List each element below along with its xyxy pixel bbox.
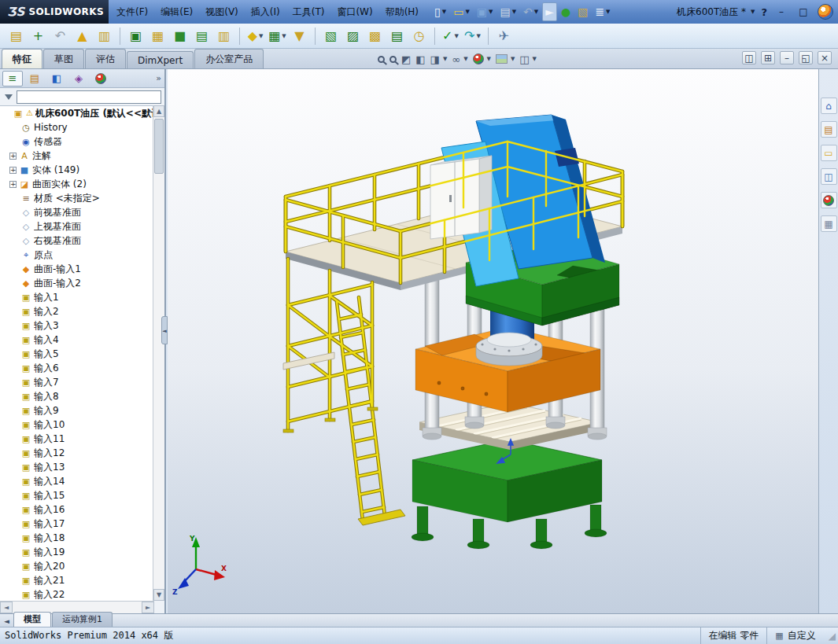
custom-status[interactable]: ▦ 自定义	[766, 627, 823, 644]
undo-gray-icon[interactable]: ↶	[50, 26, 70, 46]
viewport-minimize-button[interactable]: –	[780, 51, 794, 64]
paste-special-icon[interactable]: ▤	[6, 26, 26, 46]
tree-item-import-20[interactable]: ▣输入20	[9, 559, 154, 573]
scroll-up-icon[interactable]: ▲	[153, 105, 164, 117]
sheet-tab-model[interactable]: 模型	[13, 612, 51, 627]
section-view-icon[interactable]: ◩	[401, 54, 411, 64]
tab-dimxpert[interactable]: DimXpert	[127, 51, 194, 68]
move-icon[interactable]: +	[28, 26, 48, 46]
view-orientation-icon[interactable]: ◧	[415, 54, 425, 64]
featuremanager-tab[interactable]: ≡	[2, 71, 23, 86]
displaymanager-tab[interactable]	[90, 71, 111, 86]
options-box-icon[interactable]: ▧	[574, 2, 591, 21]
dimxpertmanager-tab[interactable]: ◈	[68, 71, 89, 86]
tree-item-import-22[interactable]: ▣输入22	[9, 587, 154, 601]
notes-icon[interactable]: ▥	[94, 26, 114, 46]
tree-item-import-4[interactable]: ▣输入4	[9, 333, 154, 347]
tree-item-import-11[interactable]: ▣输入11	[9, 432, 154, 446]
configurationmanager-tab[interactable]: ◧	[46, 71, 67, 86]
tree-item-annotations[interactable]: +A注解	[9, 149, 154, 163]
sheet-yellow-icon[interactable]: ▥	[214, 26, 234, 46]
undo-icon[interactable]: ↶▼	[520, 2, 541, 21]
expand-icon[interactable]: +	[9, 153, 17, 160]
file-explorer-icon[interactable]: ▭	[821, 145, 837, 161]
graphics-viewport[interactable]: Y X Z	[168, 69, 818, 613]
tree-item-import-17[interactable]: ▣输入17	[9, 517, 154, 531]
hide-show-icon[interactable]: ∞▼	[452, 54, 467, 64]
tree-item-solid-bodies[interactable]: +■实体 (149)	[9, 163, 154, 177]
pane-split-icon[interactable]: ◫	[742, 51, 756, 64]
tree-item-import-8[interactable]: ▣输入8	[9, 389, 154, 403]
panel-collapse-handle[interactable]: ◄	[161, 316, 168, 344]
tree-item-import-19[interactable]: ▣输入19	[9, 545, 154, 559]
open-folder-icon[interactable]: ▭▼	[450, 2, 473, 21]
arrow-down-icon[interactable]: ▼	[290, 26, 309, 46]
view-palette-icon[interactable]: ◫	[821, 168, 837, 185]
grid-green-icon[interactable]: ▦▼	[268, 26, 287, 46]
tree-item-import-18[interactable]: ▣输入18	[9, 531, 154, 545]
tree-item-import-6[interactable]: ▣输入6	[9, 361, 154, 375]
pane-grid-icon[interactable]: ⊞	[761, 51, 775, 64]
folder-yellow-icon[interactable]: ▦	[148, 26, 168, 46]
tree-item-history[interactable]: ◷History	[9, 120, 154, 134]
tab-sketch[interactable]: 草图	[43, 49, 84, 68]
diamond-yellow-icon[interactable]: ◆▼	[245, 26, 265, 46]
sheet-tab-motion-study-1[interactable]: 运动算例1	[52, 612, 113, 627]
scroll-down-icon[interactable]: ▼	[153, 589, 164, 601]
appearances-icon[interactable]: ▼	[473, 53, 491, 64]
tree-item-import-10[interactable]: ▣输入10	[9, 418, 154, 432]
tab-evaluate[interactable]: 评估	[85, 49, 126, 68]
tree-item-import-14[interactable]: ▣输入14	[9, 474, 154, 488]
resize-grip-icon[interactable]: ◢	[824, 631, 838, 642]
panel-overflow-chevron-icon[interactable]: »	[156, 73, 161, 83]
alert-icon[interactable]: ▲	[72, 26, 92, 46]
tree-vertical-scrollbar[interactable]: ▲ ▼	[153, 105, 164, 601]
design-library-icon[interactable]: ▤	[821, 121, 837, 138]
jet-icon[interactable]: ✈	[494, 26, 514, 46]
help-button[interactable]: ?	[761, 6, 767, 18]
new-document-icon[interactable]: ▯▼	[431, 2, 449, 21]
tree-item-front-plane[interactable]: ◇前视基准面	[9, 205, 154, 219]
scene-icon[interactable]: ▼	[496, 54, 515, 64]
viewport-restore-button[interactable]: ◱	[799, 51, 813, 64]
display-style-icon[interactable]: ◨▼	[430, 54, 448, 64]
window-minimize-button[interactable]: –	[773, 6, 789, 17]
rebuild-icon[interactable]: ●	[558, 2, 574, 21]
clock-yellow-icon[interactable]: ◷	[409, 26, 429, 46]
menu-item-edit[interactable]: 编辑(E)	[154, 0, 199, 24]
table-green-icon[interactable]: ▤	[192, 26, 212, 46]
tree-item-surface-import-2[interactable]: ◆曲面-输入2	[9, 276, 154, 290]
layers-green-icon[interactable]: ▧	[321, 26, 341, 46]
tab-office[interactable]: 办公室产品	[194, 49, 264, 68]
tree-item-sensors[interactable]: ◉传感器	[9, 134, 154, 149]
tree-item-import-3[interactable]: ▣输入3	[9, 318, 154, 333]
menu-item-view[interactable]: 视图(V)	[199, 0, 245, 24]
redo-teal-icon[interactable]: ↷▼	[463, 26, 482, 46]
tree-item-import-21[interactable]: ▣输入21	[9, 573, 154, 587]
tree-item-import-16[interactable]: ▣输入16	[9, 502, 154, 517]
menu-item-help[interactable]: 帮助(H)	[379, 0, 425, 24]
tree-item-material[interactable]: ≡材质 <未指定>	[9, 191, 154, 205]
tree-item-import-13[interactable]: ▣输入13	[9, 460, 154, 474]
resources-home-icon[interactable]: ⌂	[821, 98, 837, 114]
stack-green-icon[interactable]: ▨	[343, 26, 363, 46]
custom-properties-icon[interactable]: ▦	[821, 215, 837, 232]
tree-item-import-2[interactable]: ▣输入2	[9, 304, 154, 318]
window-maximize-button[interactable]: □	[796, 6, 811, 17]
chart-yellow-icon[interactable]: ▩	[365, 26, 385, 46]
sheet-tab-scroll-left-icon[interactable]: ◄	[2, 617, 13, 627]
save-icon[interactable]: ▣▼	[474, 2, 497, 21]
list-icon[interactable]: ≣▼	[592, 2, 613, 21]
zoom-fit-icon[interactable]	[378, 56, 385, 63]
tree-item-top-plane[interactable]: ◇上视基准面	[9, 219, 154, 234]
cube-green-icon[interactable]: ■	[170, 26, 190, 46]
scroll-right-icon[interactable]: ►	[142, 602, 154, 613]
box-green-icon[interactable]: ▣	[126, 26, 146, 46]
tree-filter-input[interactable]	[17, 90, 161, 104]
scrollbar-thumb[interactable]	[154, 119, 164, 174]
tree-item-origin[interactable]: ⌖原点	[9, 248, 154, 262]
viewport-close-button[interactable]: ×	[818, 51, 832, 64]
tree-item-import-5[interactable]: ▣输入5	[9, 347, 154, 361]
filter-funnel-icon[interactable]	[3, 94, 14, 100]
expand-icon[interactable]: +	[9, 167, 17, 174]
